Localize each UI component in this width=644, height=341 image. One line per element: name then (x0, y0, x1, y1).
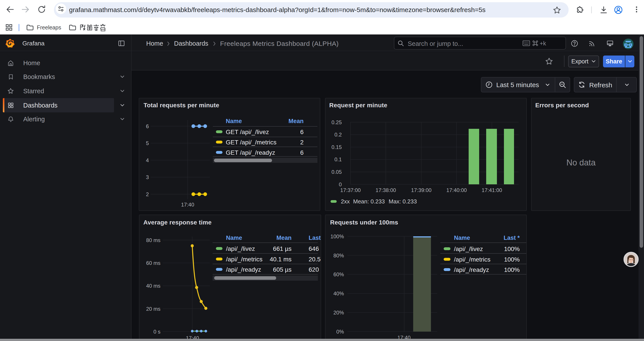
svg-text:17:40: 17:40 (181, 202, 194, 208)
svg-text:/api/_/readyz: /api/_/readyz (226, 266, 261, 273)
svg-text:0.2: 0.2 (334, 132, 342, 138)
svg-text:80 ms: 80 ms (146, 237, 160, 243)
svg-text:2: 2 (300, 139, 304, 146)
svg-text:0.25: 0.25 (332, 119, 342, 125)
svg-text:/api/_/metrics: /api/_/metrics (454, 256, 490, 263)
svg-text:GET /api/_/readyz: GET /api/_/readyz (226, 149, 275, 156)
svg-text:Last *: Last * (504, 235, 520, 241)
svg-text:0.15: 0.15 (332, 144, 342, 150)
svg-text:Last *: Last * (309, 235, 321, 241)
svg-text:6: 6 (300, 149, 304, 156)
svg-text:20 ms: 20 ms (146, 306, 160, 312)
svg-text:Name: Name (454, 235, 470, 241)
svg-text:0%: 0% (336, 329, 344, 335)
svg-text:40%: 40% (334, 290, 344, 296)
svg-text:6: 6 (300, 129, 304, 135)
svg-text:605 µs: 605 µs (273, 266, 292, 273)
svg-text:Mean: Mean (288, 118, 304, 124)
svg-text:4: 4 (146, 157, 149, 163)
svg-text:0.05: 0.05 (332, 169, 342, 175)
svg-text:3: 3 (146, 174, 149, 180)
svg-text:20%: 20% (334, 310, 344, 315)
svg-text:20.5 m: 20.5 m (309, 256, 321, 263)
svg-text:GET /api/_/livez: GET /api/_/livez (226, 129, 269, 135)
svg-text:40.1 ms: 40.1 ms (270, 256, 292, 263)
svg-text:GET /api/_/metrics: GET /api/_/metrics (226, 139, 276, 146)
svg-text:/api/_/livez: /api/_/livez (454, 245, 483, 252)
svg-text:100%: 100% (504, 256, 520, 263)
svg-text:646: 646 (309, 245, 319, 252)
svg-text:2xx: 2xx (341, 198, 350, 205)
svg-text:/api/_/livez: /api/_/livez (226, 245, 255, 252)
svg-text:80%: 80% (334, 253, 344, 258)
svg-text:17:39:00: 17:39:00 (411, 187, 432, 193)
svg-text:100%: 100% (330, 233, 344, 239)
svg-text:17:40:00: 17:40:00 (446, 187, 467, 193)
svg-text:40 ms: 40 ms (146, 283, 160, 289)
svg-text:60 ms: 60 ms (146, 260, 160, 266)
svg-text:Max: 0.233: Max: 0.233 (389, 198, 417, 205)
svg-text:661 µs: 661 µs (273, 245, 292, 252)
svg-text:Mean: 0.233: Mean: 0.233 (353, 198, 385, 205)
svg-text:Name: Name (226, 235, 242, 241)
svg-text:/api/_/readyz: /api/_/readyz (454, 266, 489, 273)
svg-text:/api/_/metrics: /api/_/metrics (226, 256, 262, 263)
svg-text:100%: 100% (504, 245, 520, 252)
svg-text:100%: 100% (504, 266, 520, 273)
svg-text:60%: 60% (334, 271, 344, 277)
svg-text:0: 0 (339, 181, 342, 187)
svg-text:0.1: 0.1 (334, 156, 342, 162)
svg-text:5: 5 (146, 140, 149, 146)
svg-text:6: 6 (146, 123, 149, 129)
svg-text:Mean: Mean (276, 235, 292, 241)
svg-text:17:41:00: 17:41:00 (482, 187, 502, 193)
svg-text:2: 2 (146, 191, 149, 197)
svg-text:17:38:00: 17:38:00 (376, 187, 396, 193)
svg-text:620: 620 (309, 266, 319, 273)
svg-text:0 s: 0 s (154, 329, 160, 335)
svg-text:Name: Name (226, 118, 242, 124)
svg-text:17:37:00: 17:37:00 (340, 187, 360, 193)
